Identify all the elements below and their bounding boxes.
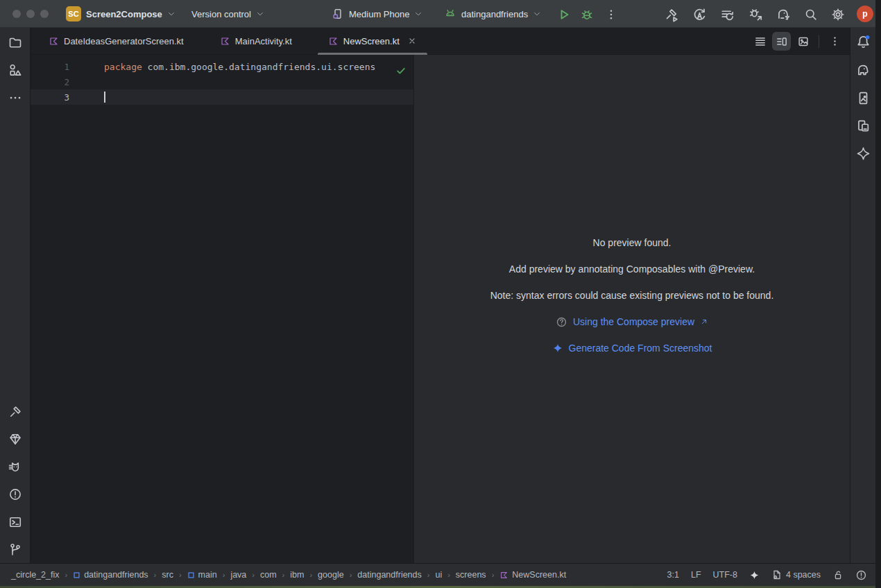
module-square-icon	[187, 571, 195, 579]
breadcrumb-item[interactable]: src	[162, 570, 173, 580]
compose-preview-help-link[interactable]: Using the Compose preview	[573, 316, 694, 327]
right-tool-strip	[850, 28, 875, 563]
window-controls	[12, 10, 49, 18]
app-quality-insights-tool-button[interactable]	[5, 429, 26, 449]
settings-button[interactable]	[829, 6, 847, 24]
device-selector[interactable]: Medium Phone	[332, 0, 422, 28]
close-icon[interactable]	[407, 36, 417, 46]
breadcrumb-item[interactable]: com	[260, 570, 277, 580]
running-devices-button[interactable]	[853, 88, 873, 107]
build-run-icon	[665, 8, 679, 22]
chevron-down-icon	[256, 10, 264, 18]
code-text: package com.ibm.google.datingandfriends.…	[74, 62, 375, 72]
apply-changes-button[interactable]	[690, 6, 708, 24]
zoom-window-button[interactable]	[40, 10, 49, 18]
apply-code-changes-button[interactable]	[718, 6, 736, 24]
caret-position-widget[interactable]: 3:1	[667, 570, 679, 580]
attach-debugger-icon	[749, 8, 763, 22]
view-split-button[interactable]	[772, 32, 791, 51]
breadcrumb-item[interactable]: _circle_2_fix	[11, 570, 59, 580]
indent-widget[interactable]: 4 spaces	[771, 569, 821, 580]
chevron-right-icon: ›	[349, 571, 353, 579]
preview-view-modes	[751, 32, 844, 51]
run-configuration-selector[interactable]: datingandfriends	[444, 0, 541, 28]
chevron-right-icon: ›	[427, 571, 431, 579]
chevron-down-icon	[167, 10, 176, 18]
build-button[interactable]	[662, 6, 681, 24]
breadcrumb-item[interactable]: datingandfriends	[357, 570, 421, 580]
debug-button[interactable]	[578, 6, 596, 24]
encoding-widget[interactable]: UTF-8	[713, 570, 737, 580]
gradle-sync-button[interactable]	[774, 6, 792, 24]
close-window-button[interactable]	[12, 10, 21, 18]
chevron-right-icon: ›	[64, 571, 68, 579]
gradle-sync-icon	[776, 8, 791, 22]
kotlin-file-icon	[328, 36, 339, 46]
breadcrumb-item[interactable]: NewScreen.kt	[499, 570, 566, 580]
search-everywhere-button[interactable]	[802, 6, 820, 24]
problems-tool-button[interactable]	[5, 484, 26, 505]
view-code-button[interactable]	[751, 32, 769, 51]
device-manager-button[interactable]	[853, 116, 873, 135]
chevron-down-icon	[533, 10, 541, 18]
breadcrumb-item[interactable]: main	[187, 570, 217, 580]
chevron-down-icon	[414, 10, 422, 18]
project-tool-button[interactable]	[5, 32, 26, 53]
chevron-right-icon: ›	[282, 571, 286, 579]
read-only-toggle[interactable]	[832, 569, 844, 580]
app-icon: SC	[66, 6, 81, 21]
breadcrumb-item[interactable]: java	[230, 570, 246, 580]
module-square-icon	[73, 571, 80, 579]
breadcrumb-item[interactable]: ibm	[290, 570, 304, 580]
logcat-tool-button[interactable]	[5, 456, 26, 477]
version-control-tool-button[interactable]	[5, 539, 26, 560]
run-button[interactable]	[555, 6, 573, 24]
compose-preview-help-row: Using the Compose preview	[556, 309, 708, 335]
syntax-error-note: Note: syntax errors could cause existing…	[490, 282, 774, 309]
attach-debugger-button[interactable]	[746, 6, 764, 24]
profile-avatar[interactable]: p	[857, 6, 873, 22]
debug-bug-icon	[580, 8, 594, 21]
editor-line-3-current: 3	[31, 89, 413, 105]
project-widget[interactable]: SC Screen2Compose	[66, 0, 176, 28]
phone-device-icon	[332, 8, 344, 20]
logcat-cat-icon	[8, 460, 22, 474]
add-preview-hint: Add preview by annotating Composables wi…	[509, 256, 755, 282]
more-tool-windows-button[interactable]	[5, 87, 26, 108]
tab-mainactivity[interactable]: MainActivity.kt	[209, 28, 302, 54]
tab-dateideasgeneratorscreen[interactable]: DateIdeasGeneratorScreen.kt	[38, 28, 194, 54]
view-design-button[interactable]	[794, 32, 812, 51]
minimize-window-button[interactable]	[26, 10, 35, 18]
gemini-tool-button[interactable]	[853, 144, 873, 163]
device-manager-icon	[856, 119, 871, 133]
breadcrumb-item[interactable]: ui	[435, 570, 442, 580]
kebab-menu-icon	[829, 35, 841, 47]
editor-line-1: 1 package com.ibm.google.datingandfriend…	[31, 59, 413, 74]
breadcrumb-item[interactable]: google	[318, 570, 344, 580]
more-run-options-button[interactable]	[602, 6, 620, 24]
kotlin-file-icon	[220, 36, 230, 46]
line-separator-widget[interactable]: LF	[691, 570, 701, 580]
view-split-icon	[776, 35, 788, 48]
inspection-highlight-widget[interactable]	[855, 569, 867, 581]
gradle-tool-button[interactable]	[853, 60, 873, 80]
notifications-button[interactable]	[853, 32, 873, 51]
gemini-status-widget[interactable]	[749, 570, 760, 580]
editor-line-2: 2	[31, 74, 413, 89]
code-editor[interactable]: 1 package com.ibm.google.datingandfriend…	[31, 55, 413, 563]
editor-tab-options-button[interactable]	[826, 32, 844, 51]
divider	[819, 35, 819, 48]
project-name: Screen2Compose	[86, 9, 162, 19]
build-tool-button[interactable]	[5, 401, 26, 422]
breadcrumb: _circle_2_fix › datingandfriends › src ›…	[11, 570, 566, 580]
terminal-tool-button[interactable]	[5, 512, 26, 533]
tab-newscreen[interactable]: NewScreen.kt	[318, 28, 427, 54]
breadcrumb-item[interactable]: screens	[456, 570, 486, 580]
version-control-widget[interactable]: Version control	[191, 0, 264, 28]
chevron-right-icon: ›	[222, 571, 226, 579]
version-control-label: Version control	[191, 9, 251, 19]
breadcrumb-item[interactable]: datingandfriends	[73, 570, 148, 580]
chevron-right-icon: ›	[178, 571, 182, 579]
resource-manager-tool-button[interactable]	[5, 60, 26, 80]
generate-code-from-screenshot-link[interactable]: Generate Code From Screenshot	[569, 343, 712, 354]
